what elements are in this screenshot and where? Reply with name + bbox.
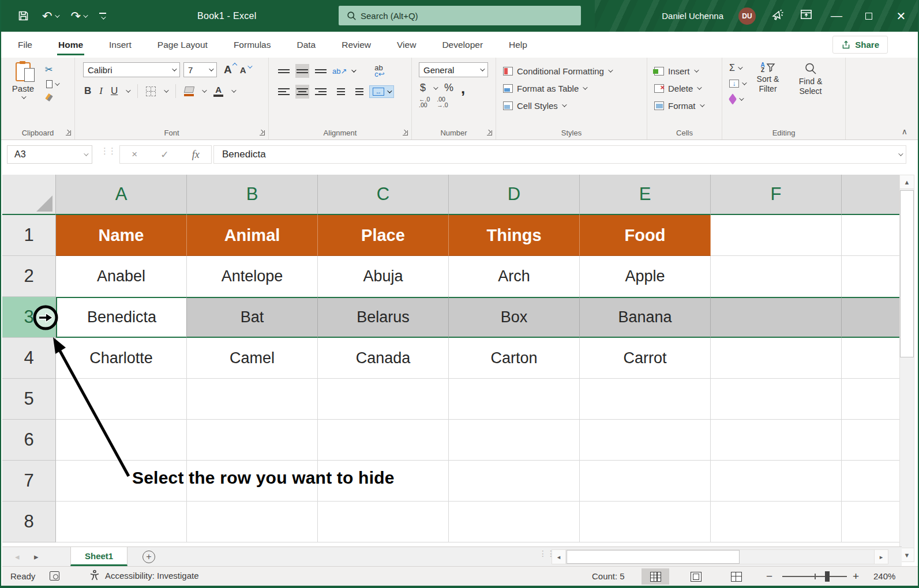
middle-align-button[interactable] [295,64,309,78]
decrease-indent-button[interactable] [332,85,346,99]
accounting-format-button[interactable]: $ [420,82,426,94]
cell[interactable] [842,379,903,420]
font-color-button[interactable]: A [213,86,223,97]
cell-D3[interactable]: Box [449,297,580,338]
cell-F4[interactable] [711,338,842,379]
cell[interactable] [842,502,903,542]
bottom-align-button[interactable] [314,64,328,78]
horizontal-scrollbar-thumb[interactable] [567,550,740,564]
fill-button[interactable]: ↓ [729,78,745,89]
cell-C2[interactable]: Abuja [318,256,449,297]
row-header-7[interactable]: 7 [2,461,56,502]
font-name-select[interactable]: Calibri [83,62,180,77]
cancel-button[interactable]: × [132,149,137,160]
cell[interactable] [580,379,711,420]
tab-developer[interactable]: Developer [440,32,485,58]
page-break-preview-button[interactable] [722,568,750,585]
zoom-out-button[interactable]: − [766,570,772,583]
cell[interactable] [842,215,903,256]
vertical-scrollbar[interactable]: ▲ ▼ [899,175,914,562]
cell[interactable] [842,297,903,338]
merge-and-center-button[interactable]: ↔ [369,85,394,98]
paste-button[interactable]: Paste [8,62,38,99]
tab-help[interactable]: Help [507,32,530,58]
next-sheet-button[interactable]: ▸ [34,547,39,566]
cell[interactable] [449,461,580,502]
enter-button[interactable]: ✓ [160,149,168,161]
user-name[interactable]: Daniel Uchenna [662,11,723,21]
cell[interactable] [56,379,187,420]
cell-E2[interactable]: Apple [580,256,711,297]
vertical-scrollbar-thumb[interactable] [900,190,914,357]
tab-view[interactable]: View [395,32,418,58]
column-header-F[interactable]: F [711,175,842,215]
tab-insert[interactable]: Insert [107,32,134,58]
customize-qat-button[interactable] [99,13,106,20]
sort-filter-button[interactable]: AZ Sort & Filter [748,62,788,94]
name-box[interactable]: A3 [7,145,92,164]
tab-data[interactable]: Data [294,32,318,58]
cell[interactable] [187,502,318,542]
select-all-button[interactable] [2,175,56,215]
zoom-in-button[interactable]: + [853,570,859,583]
scroll-up-button[interactable]: ▲ [900,175,914,189]
autosum-button[interactable]: Σ [729,62,745,74]
ribbon-display-options-button[interactable] [800,8,813,24]
cell-F2[interactable] [711,256,842,297]
cell[interactable] [56,420,187,461]
row-header-3-selected[interactable]: 3 [2,297,56,338]
align-left-button[interactable] [277,85,291,99]
previous-sheet-button[interactable]: ◂ [15,547,20,566]
increase-indent-button[interactable] [351,85,365,99]
cell[interactable] [580,502,711,542]
maximize-button[interactable] [860,9,877,22]
row-header-6[interactable]: 6 [2,420,56,461]
cell-B2[interactable]: Antelope [187,256,318,297]
decrease-font-size-button[interactable]: A [240,65,251,75]
format-cells-button[interactable]: Format [654,97,722,114]
scroll-down-button[interactable]: ▼ [900,548,914,561]
scroll-right-button[interactable]: ▸ [874,550,888,564]
cell-F1[interactable] [711,215,842,256]
top-align-button[interactable] [277,64,291,78]
cell-A1[interactable]: Name [56,215,187,256]
cell[interactable] [318,420,449,461]
collapse-ribbon-button[interactable]: ∧ [902,127,907,136]
row-header-4[interactable]: 4 [2,338,56,379]
avatar[interactable]: DU [738,7,756,25]
chevron-down-icon[interactable] [164,88,168,92]
macro-record-icon[interactable] [50,571,59,581]
cell[interactable] [711,379,842,420]
number-format-select[interactable]: General [419,62,488,77]
save-button[interactable] [17,10,29,22]
cell-E1[interactable]: Food [580,215,711,256]
row-header-8[interactable]: 8 [2,502,56,542]
copy-button[interactable] [45,80,58,88]
increase-font-size-button[interactable]: A [224,63,237,76]
cell-A4[interactable]: Charlotte [56,338,187,379]
row-header-2[interactable]: 2 [2,256,56,297]
zoom-slider[interactable] [782,576,847,577]
undo-button[interactable]: ↶ [42,9,58,23]
cell[interactable] [711,420,842,461]
alignment-dialog-launcher[interactable] [403,130,408,135]
tab-formulas[interactable]: Formulas [231,32,273,58]
insert-cells-button[interactable]: Insert [654,62,722,80]
cell[interactable] [842,420,903,461]
cell[interactable] [449,502,580,542]
cell-E4[interactable]: Carrot [580,338,711,379]
cell[interactable] [580,420,711,461]
bold-button[interactable]: B [84,85,91,97]
conditional-formatting-button[interactable]: Conditional Formatting [503,62,647,80]
column-header-partial[interactable] [842,175,903,215]
chevron-down-icon[interactable] [433,85,438,89]
cell-C3[interactable]: Belarus [318,297,449,338]
column-header-B[interactable]: B [187,175,318,215]
formula-input[interactable]: Benedicta [213,145,906,164]
share-button[interactable]: Share [832,36,888,54]
cell-C1[interactable]: Place [318,215,449,256]
cell[interactable] [56,502,187,542]
zoom-slider-thumb[interactable] [825,571,830,582]
comma-style-button[interactable]: , [461,84,465,92]
feedback-button[interactable] [771,8,785,24]
